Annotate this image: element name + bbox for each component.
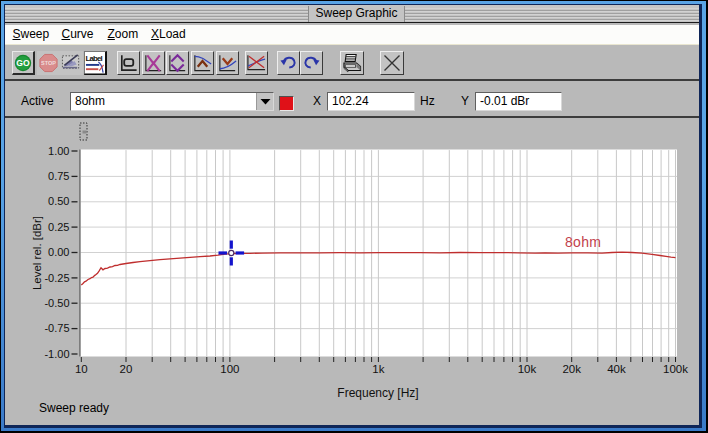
svg-text:0.75: 0.75 [48,170,69,182]
svg-text:1k: 1k [372,363,384,375]
svg-text:-0.50: -0.50 [44,297,69,309]
svg-text:-1.00: -1.00 [44,348,69,360]
svg-text:20k: 20k [562,363,581,375]
svg-text:0.00: 0.00 [48,246,69,258]
svg-text:20: 20 [120,363,133,375]
svg-text:1.00: 1.00 [48,145,69,157]
svg-text:10: 10 [75,363,88,375]
svg-text:0.50: 0.50 [48,195,69,207]
svg-text:0.25: 0.25 [48,221,69,233]
svg-text:Frequency [Hz]: Frequency [Hz] [337,386,418,400]
svg-text:-0.25: -0.25 [44,272,69,284]
svg-text:Level rel. [dBr]: Level rel. [dBr] [31,216,43,290]
svg-text:100k: 100k [663,363,688,375]
svg-text:8ohm: 8ohm [565,234,601,250]
svg-text:40k: 40k [607,363,626,375]
svg-text:10k: 10k [518,363,537,375]
svg-text:-0.75: -0.75 [44,322,69,334]
svg-text:100: 100 [220,363,239,375]
